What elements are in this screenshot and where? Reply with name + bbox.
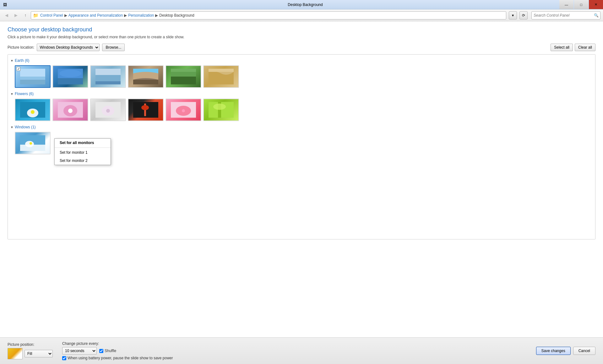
earth-thumb-5-image <box>166 66 201 87</box>
context-menu-set-all[interactable]: Set for all monitors <box>55 139 111 147</box>
flower-thumb-6[interactable] <box>203 99 239 121</box>
battery-checkbox[interactable] <box>62 356 66 360</box>
battery-text: When using battery power, pause the slid… <box>68 356 173 360</box>
battery-row: When using battery power, pause the slid… <box>62 356 173 360</box>
category-flowers-header[interactable]: ▼ Flowers (6) <box>10 92 593 96</box>
svg-point-35 <box>182 109 185 112</box>
up-button[interactable]: ↑ <box>21 11 30 19</box>
action-buttons: Save changes Cancel <box>536 347 595 355</box>
search-icon: 🔍 <box>592 11 600 19</box>
svg-rect-3 <box>20 80 45 84</box>
picture-location-select[interactable]: Windows Desktop Backgrounds Pictures Lib… <box>37 44 100 51</box>
position-preview: Fill Fit Stretch Tile Center <box>8 348 53 359</box>
breadcrumb-dropdown[interactable]: ▾ <box>509 11 517 19</box>
svg-point-7 <box>59 70 81 77</box>
shuffle-label[interactable]: Shuffle <box>99 349 116 353</box>
earth-thumb-4-image <box>128 66 163 87</box>
flower-thumb-1-image <box>15 99 50 120</box>
time-select[interactable]: 10 seconds 30 seconds 1 minute 6 hours 1… <box>62 347 97 355</box>
earth-thumb-6[interactable] <box>203 65 239 88</box>
battery-label[interactable]: When using battery power, pause the slid… <box>62 356 173 360</box>
svg-rect-10 <box>95 75 121 81</box>
svg-rect-1 <box>20 69 45 77</box>
svg-point-26 <box>68 109 73 113</box>
svg-rect-2 <box>20 77 45 80</box>
refresh-button[interactable]: ⟳ <box>519 11 528 19</box>
search-input[interactable] <box>532 13 592 18</box>
svg-rect-20 <box>209 69 234 72</box>
position-label: Picture position: <box>8 342 53 347</box>
window-controls: — □ ✕ <box>559 0 603 9</box>
svg-rect-11 <box>95 81 121 84</box>
controls-right: Select all Clear all <box>551 44 595 51</box>
picture-location-label: Picture location: <box>8 45 34 50</box>
flower-thumb-3-image <box>91 99 125 120</box>
category-windows-header[interactable]: ▼ Windows (1) <box>10 125 593 129</box>
flower-thumb-4[interactable] <box>128 99 164 121</box>
earth-thumb-4[interactable] <box>128 65 164 88</box>
category-windows-label: Windows (1) <box>15 125 36 129</box>
category-earth-label: Earth (6) <box>15 58 30 63</box>
category-earth-header[interactable]: ▼ Earth (6) <box>10 58 593 63</box>
svg-rect-16 <box>171 77 196 84</box>
back-button[interactable]: ◀ <box>3 11 11 19</box>
shuffle-text: Shuffle <box>105 349 116 353</box>
search-box: 🔍 <box>531 11 600 19</box>
close-button[interactable]: ✕ <box>589 0 603 9</box>
svg-point-42 <box>25 141 34 147</box>
slideshow-row: 10 seconds 30 seconds 1 minute 6 hours 1… <box>62 347 173 355</box>
save-changes-button[interactable]: Save changes <box>536 347 571 355</box>
earth-thumb-1-image <box>15 66 50 87</box>
earth-image-grid: ✓ <box>10 65 593 88</box>
image-grid-container: ▼ Earth (6) ✓ <box>8 54 595 239</box>
flower-thumb-2[interactable] <box>52 99 88 121</box>
earth-thumb-6-image <box>204 66 238 87</box>
clear-all-button[interactable]: Clear all <box>575 44 595 51</box>
flower-thumb-6-image <box>204 99 238 120</box>
svg-rect-9 <box>95 69 121 75</box>
earth-thumb-3-image <box>91 66 125 87</box>
svg-rect-6 <box>58 78 83 84</box>
window-icon: 🖼 <box>3 2 8 7</box>
controls-row: Picture location: Windows Desktop Backgr… <box>8 44 595 51</box>
browse-button[interactable]: Browse... <box>102 44 125 51</box>
cancel-button[interactable]: Cancel <box>573 347 595 355</box>
windows-thumb-1-image <box>15 132 50 154</box>
breadcrumb: 📁 Control Panel ▶ Appearance and Persona… <box>31 11 506 19</box>
slideshow-section: Change picture every: 10 seconds 30 seco… <box>62 341 173 360</box>
title-bar: 🖼 Desktop Background — □ ✕ <box>0 0 603 9</box>
earth-thumb-5[interactable] <box>166 65 201 88</box>
flower-thumb-1[interactable] <box>15 99 51 121</box>
select-all-button[interactable]: Select all <box>551 44 573 51</box>
flower-thumb-5-image <box>166 99 201 120</box>
slideshow-label: Change picture every: <box>62 341 173 346</box>
earth-thumb-3[interactable] <box>90 65 126 88</box>
breadcrumb-control-panel[interactable]: Control Panel <box>40 13 63 18</box>
content-area: Choose your desktop background Click a p… <box>0 21 603 337</box>
flower-thumb-4-image <box>128 99 163 120</box>
svg-point-43 <box>30 142 32 145</box>
forward-button[interactable]: ▶ <box>12 11 20 19</box>
position-thumb-preview <box>8 348 23 359</box>
maximize-button[interactable]: □ <box>574 0 588 9</box>
breadcrumb-appearance[interactable]: Appearance and Personalization <box>68 13 123 18</box>
bottom-panel: Picture position: Fill Fit Stretch Tile … <box>0 337 603 364</box>
windows-arrow-icon: ▼ <box>10 126 14 129</box>
svg-point-23 <box>31 110 35 114</box>
flowers-image-grid <box>10 99 593 121</box>
context-menu-monitor-1[interactable]: Set for monitor 1 <box>55 148 111 157</box>
svg-point-38 <box>213 104 226 110</box>
position-select[interactable]: Fill Fit Stretch Tile Center <box>24 350 53 357</box>
position-thumb-image <box>8 348 22 359</box>
shuffle-checkbox[interactable] <box>99 349 103 353</box>
earth-thumb-1[interactable]: ✓ <box>15 65 51 88</box>
position-section: Picture position: Fill Fit Stretch Tile … <box>8 342 53 359</box>
minimize-button[interactable]: — <box>559 0 573 9</box>
context-menu-monitor-2[interactable]: Set for monitor 2 <box>55 157 111 165</box>
breadcrumb-personalization[interactable]: Personalization <box>128 13 154 18</box>
earth-arrow-icon: ▼ <box>10 59 14 62</box>
windows-thumb-1[interactable] <box>15 132 51 154</box>
flower-thumb-3[interactable] <box>90 99 126 121</box>
earth-thumb-2[interactable] <box>52 65 88 88</box>
flower-thumb-5[interactable] <box>166 99 201 121</box>
